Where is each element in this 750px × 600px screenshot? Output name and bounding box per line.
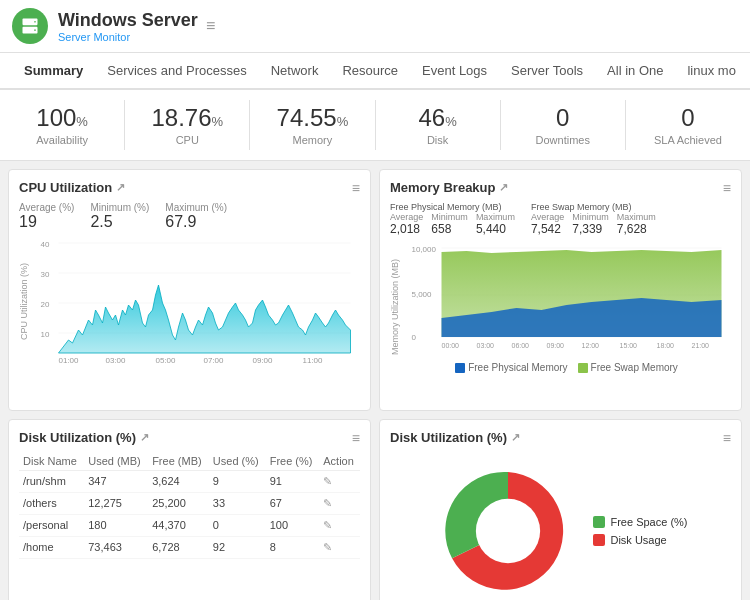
- col-usedmb: Used (MB): [84, 452, 148, 471]
- donut-hole: [476, 498, 540, 562]
- svg-text:05:00: 05:00: [156, 356, 177, 365]
- disk-donut-menu[interactable]: ≡: [723, 430, 731, 446]
- disk-used-mb-cell: 73,463: [84, 536, 148, 558]
- edit-icon[interactable]: ✎: [323, 519, 332, 531]
- svg-text:10,000: 10,000: [412, 245, 437, 254]
- disk-donut-external-link-icon[interactable]: ↗: [511, 431, 520, 444]
- svg-text:12:00: 12:00: [582, 342, 600, 349]
- memory-chart-area: Memory Utilization (MB) 10,000 5,000 0: [390, 240, 731, 373]
- nav-allinone[interactable]: All in One: [595, 53, 675, 90]
- memory-breakup-card: Memory Breakup ↗ ≡ Free Physical Memory …: [379, 169, 742, 411]
- disk-donut-card: Disk Utilization (%) ↗ ≡ Free Space (: [379, 419, 742, 601]
- disk-used-mb-cell: 347: [84, 470, 148, 492]
- svg-marker-9: [59, 285, 351, 353]
- edit-icon[interactable]: ✎: [323, 497, 332, 509]
- memory-stats: Free Physical Memory (MB) Average2,018 M…: [390, 202, 731, 236]
- swap-memory-legend-dot: [578, 363, 588, 373]
- nav-servertools[interactable]: Server Tools: [499, 53, 595, 90]
- disk-table-title: Disk Utilization (%) ↗: [19, 430, 149, 445]
- svg-text:5,000: 5,000: [412, 290, 433, 299]
- disk-action-cell: ✎: [319, 536, 360, 558]
- disk-used-mb-cell: 12,275: [84, 492, 148, 514]
- stat-sla: 0 SLA Achieved: [626, 100, 750, 150]
- svg-text:09:00: 09:00: [547, 342, 565, 349]
- swap-memory-legend-item: Free Swap Memory: [578, 362, 678, 373]
- disk-used-pct-cell: 0: [209, 514, 266, 536]
- cpu-min: Minimum (%) 2.5: [90, 202, 149, 231]
- disk-free-mb-cell: 6,728: [148, 536, 209, 558]
- disk-used-pct-cell: 92: [209, 536, 266, 558]
- disk-name-cell: /home: [19, 536, 84, 558]
- svg-text:11:00: 11:00: [303, 356, 324, 365]
- col-freemb: Free (MB): [148, 452, 209, 471]
- table-row: /others 12,275 25,200 33 67 ✎: [19, 492, 360, 514]
- nav-summary[interactable]: Summary: [12, 53, 95, 90]
- disk-name-cell: /others: [19, 492, 84, 514]
- stats-row: 100% Availability 18.76% CPU 74.55% Memo…: [0, 90, 750, 161]
- edit-icon[interactable]: ✎: [323, 475, 332, 487]
- external-link-icon[interactable]: ↗: [116, 181, 125, 194]
- cpu-chart-area: CPU Utilization (%) 40 30 20 10: [19, 235, 360, 368]
- nav-resource[interactable]: Resource: [330, 53, 410, 90]
- col-freepct: Free (%): [266, 452, 320, 471]
- nav-eventlogs[interactable]: Event Logs: [410, 53, 499, 90]
- table-row: /home 73,463 6,728 92 8 ✎: [19, 536, 360, 558]
- svg-text:01:00: 01:00: [59, 356, 80, 365]
- cpu-max: Maximum (%) 67.9: [165, 202, 227, 231]
- svg-text:40: 40: [41, 240, 50, 249]
- svg-text:09:00: 09:00: [253, 356, 274, 365]
- memory-card-menu[interactable]: ≡: [723, 180, 731, 196]
- disk-action-cell: ✎: [319, 470, 360, 492]
- svg-text:10: 10: [41, 330, 50, 339]
- svg-text:00:00: 00:00: [442, 342, 460, 349]
- memory-legend: Free Physical Memory Free Swap Memory: [402, 362, 731, 373]
- disk-used-pct-cell: 33: [209, 492, 266, 514]
- memory-chart-svg: 10,000 5,000 0 00:00 03:00 06:00 09:00: [402, 240, 731, 355]
- stat-disk: 46% Disk: [376, 100, 501, 150]
- disk-donut-svg: [433, 456, 583, 601]
- disk-donut-container: Free Space (%) Disk Usage: [390, 456, 731, 601]
- col-usedpct: Used (%): [209, 452, 266, 471]
- main-grid: CPU Utilization ↗ ≡ Average (%) 19 Minim…: [0, 161, 750, 600]
- cpu-card-menu[interactable]: ≡: [352, 180, 360, 196]
- disk-action-cell: ✎: [319, 514, 360, 536]
- svg-text:06:00: 06:00: [512, 342, 530, 349]
- svg-text:18:00: 18:00: [657, 342, 675, 349]
- disk-action-cell: ✎: [319, 492, 360, 514]
- free-physical-group: Free Physical Memory (MB) Average2,018 M…: [390, 202, 515, 236]
- table-row: /run/shm 347 3,624 9 91 ✎: [19, 470, 360, 492]
- col-action: Action: [319, 452, 360, 471]
- cpu-chart-container: 40 30 20 10: [31, 235, 360, 368]
- disk-free-pct-cell: 91: [266, 470, 320, 492]
- disk-free-mb-cell: 3,624: [148, 470, 209, 492]
- memory-card-title: Memory Breakup ↗: [390, 180, 508, 195]
- stat-availability: 100% Availability: [0, 100, 125, 150]
- physical-memory-legend-item: Free Physical Memory: [455, 362, 567, 373]
- header: Windows Server Server Monitor ≡: [0, 0, 750, 53]
- svg-text:30: 30: [41, 270, 50, 279]
- disk-utilization-table: Disk Name Used (MB) Free (MB) Used (%) F…: [19, 452, 360, 559]
- disk-free-mb-cell: 25,200: [148, 492, 209, 514]
- app-title: Windows Server: [58, 10, 198, 31]
- svg-text:07:00: 07:00: [204, 356, 225, 365]
- nav-linux[interactable]: linux mo: [675, 53, 747, 90]
- free-swap-group: Free Swap Memory (MB) Average7,542 Minim…: [531, 202, 656, 236]
- nav-network[interactable]: Network: [259, 53, 331, 90]
- edit-icon[interactable]: ✎: [323, 541, 332, 553]
- memory-external-link-icon[interactable]: ↗: [499, 181, 508, 194]
- disk-table-external-link-icon[interactable]: ↗: [140, 431, 149, 444]
- free-space-legend-dot: [593, 516, 605, 528]
- cpu-y-axis-label: CPU Utilization (%): [19, 235, 29, 368]
- nav-services[interactable]: Services and Processes: [95, 53, 258, 90]
- svg-text:0: 0: [412, 333, 417, 342]
- disk-table-menu[interactable]: ≡: [352, 430, 360, 446]
- header-menu-icon[interactable]: ≡: [206, 17, 215, 35]
- cpu-card-title: CPU Utilization ↗: [19, 180, 125, 195]
- cpu-avg: Average (%) 19: [19, 202, 74, 231]
- disk-name-cell: /personal: [19, 514, 84, 536]
- disk-usage-legend: Disk Usage: [593, 534, 687, 546]
- disk-free-pct-cell: 100: [266, 514, 320, 536]
- svg-text:03:00: 03:00: [477, 342, 495, 349]
- disk-used-mb-cell: 180: [84, 514, 148, 536]
- stat-memory: 74.55% Memory: [250, 100, 375, 150]
